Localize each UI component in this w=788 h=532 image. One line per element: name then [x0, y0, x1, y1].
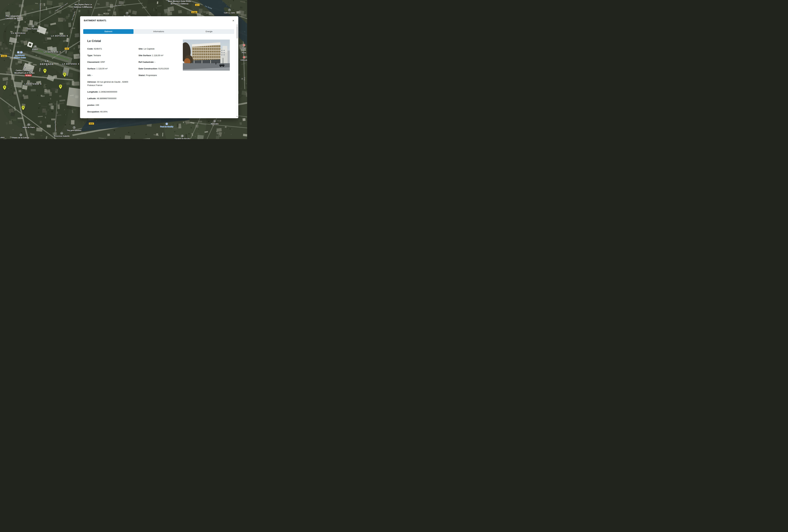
map-pin[interactable] [43, 68, 47, 74]
scroll-thumb[interactable] [237, 26, 238, 38]
field-adresse: Adresse: 33 rue général de Gaulle , 9280… [87, 80, 135, 87]
field-label: postes: [87, 104, 95, 106]
map-label: ESSEC [32, 45, 38, 51]
map-label-text: LA DÉFENSE 8 [25, 83, 42, 85]
field-value: - [154, 61, 155, 63]
map-label-text: LA DÉFENSE 1/2 [11, 32, 26, 37]
map-label-text: Princesse Isabelle [54, 135, 70, 137]
map-label: LA DÉFENSE 6 [51, 35, 68, 37]
tab-informations[interactable]: Informations [134, 29, 184, 34]
map-label-text: Rue Rousselle [54, 121, 57, 132]
map-label-text: Best Western Hotel Rives de Paris La Déf… [168, 0, 191, 5]
restaurant-icon [73, 126, 75, 129]
map-label: Naturalia [211, 120, 218, 125]
building-dialog: BATIMENT 92/BAT1 × BatimentInformationsE… [80, 16, 238, 118]
map-label: LA DÉFENSE 8 [25, 83, 42, 85]
field-label: Occupation: [87, 111, 100, 113]
field-label: Ref Cadastrale: [139, 61, 154, 63]
map-label-text: LA DÉFENSE 8 [62, 63, 79, 65]
map-label-text: LA DÉFENSE 6 [51, 35, 68, 37]
road-badge: D 21 [89, 122, 94, 125]
field-longitude: Longitude: 2.24082440000000 [87, 90, 135, 94]
restaurant-icon [228, 9, 231, 11]
map-label-text: Rue de Visien [112, 4, 122, 7]
road-badge: D 908 [191, 11, 197, 14]
map-pin[interactable] [21, 105, 25, 111]
field-value: - [91, 74, 93, 76]
shopping-icon [23, 66, 26, 69]
map-label-text: LA DÉFENSE [40, 60, 54, 65]
map-label: Rue de [241, 77, 245, 81]
map-label-text: Hôtel de Paris [23, 126, 35, 128]
poi-icon-row [14, 66, 35, 69]
field-label: Site Surface: [139, 54, 152, 57]
map-label: LA DÉFENSE [40, 59, 54, 65]
map-label: Pont de Neuilly [160, 122, 173, 128]
map-label: LA DÉFENSE 1/2 [11, 32, 26, 37]
field-label: Type: [87, 54, 93, 57]
poi-icon-row [54, 132, 70, 135]
map-pin[interactable] [63, 72, 66, 78]
map-label: LA DÉFENSE 4 [44, 51, 61, 53]
school-icon [34, 45, 37, 48]
field-value: 2.24082440000000 [98, 91, 117, 93]
field-latitude: Latitude: 48.88996670000000 [87, 97, 135, 100]
map-label-text: Rue Ségoffin [71, 11, 76, 20]
field-label: Adresse: [87, 81, 96, 83]
field-value: Le Capitole [143, 47, 155, 50]
field-label: Classement: [87, 61, 100, 63]
map-label-text: La Seine [205, 5, 213, 10]
map-label: rican f Paris [242, 44, 246, 54]
map-label: Café La Jatte [224, 9, 235, 14]
culture-icon [19, 134, 22, 136]
map-label: LA DÉFENSE 8 [62, 63, 79, 65]
map-pin[interactable] [59, 84, 62, 90]
field-postes: postes: 249 [87, 103, 135, 107]
map-label-text: Véhicule [240, 59, 247, 61]
poi-icon-row [123, 12, 131, 15]
tab-energie[interactable]: Energie [184, 29, 234, 34]
field-statut: Statut: Proprietaire [139, 74, 183, 77]
poi-icon-row [13, 134, 29, 136]
field-value: 1 118,00 m² [152, 54, 163, 57]
map-label: Rue de Visien [112, 4, 122, 7]
field-label: Date Construction: [139, 67, 158, 70]
hospital-icon [242, 44, 245, 46]
map-label-text: Palais de la Culture [13, 137, 29, 139]
field-label: Statut: [139, 74, 145, 76]
scroll-down-arrow[interactable]: ▼ [236, 116, 238, 117]
field-ref-cadastrale: Ref Cadastrale: - [139, 60, 183, 64]
scroll-up-arrow[interactable]: ▲ [236, 24, 238, 26]
poi-icon-row [175, 135, 190, 137]
field-value: 01/01/2020 [158, 67, 169, 70]
field-label: UG: [87, 74, 91, 76]
map-label: Princesse Isabelle [54, 132, 70, 137]
map-label: Ibis Styles Paris La Défense Courbevoie [74, 3, 92, 8]
scrollbar[interactable]: ▲ ▼ [236, 24, 238, 117]
tab-bar: BatimentInformationsEnergie [83, 29, 234, 34]
map-label-text: Théâtre de Neuilly [175, 138, 190, 139]
map-pin[interactable] [3, 85, 6, 91]
hotel-icon [32, 25, 34, 27]
field-occupation: Occupation: 60,00% [87, 110, 135, 113]
close-button[interactable]: × [232, 18, 235, 23]
field-value: 1 118,00 m² [96, 67, 107, 70]
field-site-surface: Site Surface: 1 118,00 m² [139, 54, 183, 57]
map-label-text: Rue de [241, 77, 245, 80]
tab-batiment[interactable]: Batiment [83, 29, 134, 34]
map-label-text: ESSEC [32, 48, 38, 50]
field-value: Tertiaire [93, 54, 101, 57]
road-badge: D 9 [65, 47, 69, 50]
poi-icon-row [32, 45, 38, 48]
building-name: Le Cristal [87, 39, 101, 43]
map-label-text: Pôle universitaire Léonard De Vinci [6, 15, 21, 20]
map-label: Palais de la Culture [13, 134, 29, 139]
map-label: Centre Commercial Westfield Les 4 Temps [14, 66, 35, 74]
map-label: eaux [0, 136, 4, 139]
field-date-construction: Date Construction: 01/01/2020 [139, 67, 183, 70]
map-viewport[interactable]: Ibis Styles Paris La Défense CourbevoieR… [0, 0, 247, 139]
poi-icon-row [224, 9, 235, 11]
building-photo-image [183, 40, 230, 71]
map-label-text: Marchand [40, 3, 41, 11]
map-label: Hôtel de Paris [23, 123, 35, 129]
